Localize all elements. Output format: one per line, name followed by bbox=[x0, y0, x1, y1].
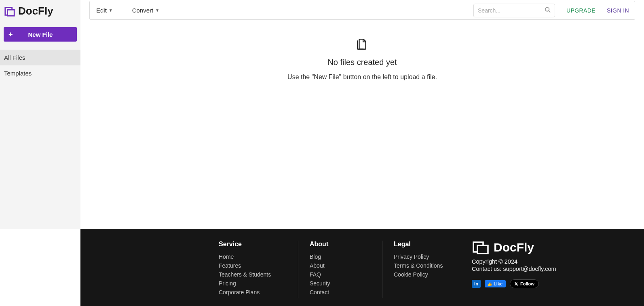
new-file-label: New File bbox=[28, 31, 53, 38]
footer-col-legal: LegalPrivacy PolicyTerms & ConditionsCoo… bbox=[382, 241, 466, 298]
footer-link[interactable]: Home bbox=[219, 254, 287, 260]
signin-link[interactable]: SIGN IN bbox=[607, 7, 629, 14]
sidebar-item-all-files[interactable]: All Files bbox=[0, 50, 80, 65]
logo-text: DocFly bbox=[18, 5, 53, 17]
logo-icon bbox=[4, 5, 16, 17]
caret-down-icon: ▼ bbox=[155, 8, 159, 13]
footer-link[interactable]: FAQ bbox=[310, 271, 371, 278]
footer: ServiceHomeFeaturesTeachers & StudentsPr… bbox=[80, 229, 644, 306]
logo-wrap: DocFly bbox=[0, 0, 80, 22]
logo[interactable]: DocFly bbox=[4, 5, 53, 17]
footer-brand: DocFly Copyright © 2024 Contact us: supp… bbox=[466, 241, 556, 298]
footer-link[interactable]: Security bbox=[310, 280, 371, 287]
x-icon: 𝕏 bbox=[514, 281, 518, 287]
footer-heading: Service bbox=[219, 241, 287, 248]
footer-contact: Contact us: support@docfly.com bbox=[472, 266, 556, 272]
search-wrap bbox=[473, 4, 555, 17]
footer-heading: About bbox=[310, 241, 371, 248]
footer-link[interactable]: Features bbox=[219, 262, 287, 269]
footer-link[interactable]: About bbox=[310, 262, 371, 269]
empty-state-subtitle: Use the "New File" button on the left to… bbox=[287, 73, 437, 81]
footer-logo[interactable]: DocFly bbox=[472, 241, 556, 254]
svg-rect-1 bbox=[7, 10, 14, 16]
svg-point-2 bbox=[545, 7, 549, 11]
footer-logo-text: DocFly bbox=[494, 241, 534, 254]
sidebar-item-templates[interactable]: Templates bbox=[0, 65, 80, 81]
footer-contact-email[interactable]: support@docfly.com bbox=[503, 266, 556, 272]
x-follow-label: Follow bbox=[520, 281, 534, 286]
footer-copyright: Copyright © 2024 bbox=[472, 258, 556, 265]
x-follow-button[interactable]: 𝕏 Follow bbox=[510, 279, 539, 288]
footer-contact-prefix: Contact us: bbox=[472, 266, 503, 272]
menu-label: Edit bbox=[96, 7, 107, 14]
footer-link[interactable]: Pricing bbox=[219, 280, 287, 287]
svg-line-3 bbox=[549, 10, 550, 12]
new-file-button[interactable]: + New File bbox=[4, 27, 77, 42]
sidebar: DocFly + New File All FilesTemplates bbox=[0, 0, 80, 229]
search-input[interactable] bbox=[474, 7, 555, 14]
footer-heading: Legal bbox=[394, 241, 455, 248]
footer-link[interactable]: Corporate Plans bbox=[219, 289, 287, 296]
content-area: No files created yet Use the "New File" … bbox=[80, 20, 644, 229]
files-icon bbox=[357, 38, 367, 52]
menu-edit[interactable]: Edit▼ bbox=[96, 7, 113, 14]
menu-convert[interactable]: Convert▼ bbox=[132, 7, 159, 14]
footer-link[interactable]: Terms & Conditions bbox=[394, 262, 455, 269]
menu-label: Convert bbox=[132, 7, 154, 14]
empty-state-title: No files created yet bbox=[327, 58, 397, 67]
facebook-like-button[interactable]: Like bbox=[485, 280, 506, 287]
main: Edit▼Convert▼ UPGRADE SIGN IN No files c… bbox=[80, 0, 644, 229]
footer-col-about: AboutBlogAboutFAQSecurityContact bbox=[298, 241, 382, 298]
plus-icon: + bbox=[8, 30, 13, 39]
footer-link[interactable]: Cookie Policy bbox=[394, 271, 455, 278]
footer-link[interactable]: Teachers & Students bbox=[219, 271, 287, 278]
svg-rect-5 bbox=[477, 245, 488, 254]
search-icon[interactable] bbox=[545, 6, 551, 14]
footer-link[interactable]: Blog bbox=[310, 254, 371, 260]
footer-col-service: ServiceHomeFeaturesTeachers & StudentsPr… bbox=[219, 241, 298, 298]
upgrade-link[interactable]: UPGRADE bbox=[566, 7, 595, 14]
social-row: in Like 𝕏 Follow bbox=[472, 279, 556, 288]
footer-link[interactable]: Privacy Policy bbox=[394, 254, 455, 260]
footer-logo-icon bbox=[472, 241, 490, 254]
footer-link[interactable]: Contact bbox=[310, 289, 371, 296]
topbar: Edit▼Convert▼ UPGRADE SIGN IN bbox=[89, 1, 635, 20]
linkedin-button[interactable]: in bbox=[472, 280, 481, 288]
caret-down-icon: ▼ bbox=[109, 8, 113, 13]
